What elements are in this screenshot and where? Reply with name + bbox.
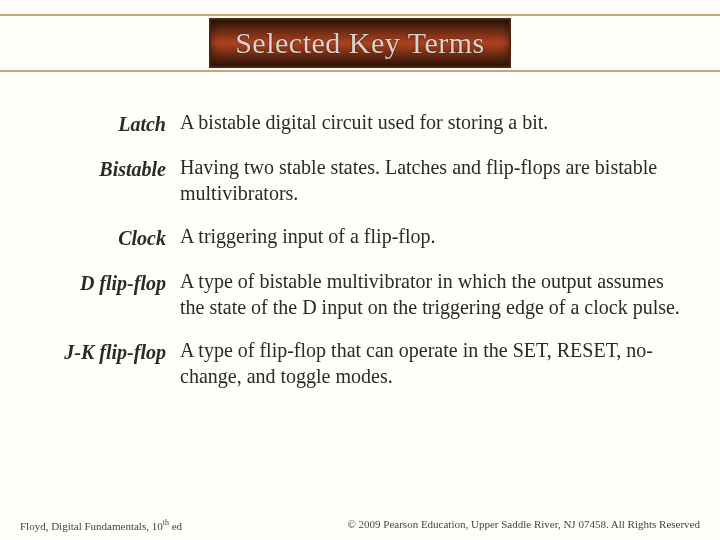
footer: Floyd, Digital Fundamentals, 10th ed © 2… (0, 518, 720, 532)
term-row: J-K flip-flop A type of flip-flop that c… (0, 338, 680, 389)
term-definition: A bistable digital circuit used for stor… (180, 110, 680, 136)
slide-title: Selected Key Terms (235, 26, 485, 60)
term-label: J-K flip-flop (0, 338, 180, 365)
terms-content: Latch A bistable digital circuit used fo… (0, 110, 720, 408)
footer-left: Floyd, Digital Fundamentals, 10th ed (20, 518, 182, 532)
term-label: Bistable (0, 155, 180, 182)
term-label: Latch (0, 110, 180, 137)
term-row: D flip-flop A type of bistable multivibr… (0, 269, 680, 320)
footer-right: © 2009 Pearson Education, Upper Saddle R… (347, 518, 700, 532)
footer-left-prefix: Floyd, Digital Fundamentals, 10 (20, 520, 163, 532)
footer-left-suffix: ed (169, 520, 182, 532)
term-label: Clock (0, 224, 180, 251)
term-row: Clock A triggering input of a flip-flop. (0, 224, 680, 251)
term-label: D flip-flop (0, 269, 180, 296)
header-band: Selected Key Terms (0, 14, 720, 72)
term-definition: A type of bistable multivibrator in whic… (180, 269, 680, 320)
term-definition: Having two stable states. Latches and fl… (180, 155, 680, 206)
term-definition: A triggering input of a flip-flop. (180, 224, 680, 250)
term-row: Latch A bistable digital circuit used fo… (0, 110, 680, 137)
term-row: Bistable Having two stable states. Latch… (0, 155, 680, 206)
title-plate: Selected Key Terms (209, 18, 511, 68)
term-definition: A type of flip-flop that can operate in … (180, 338, 680, 389)
